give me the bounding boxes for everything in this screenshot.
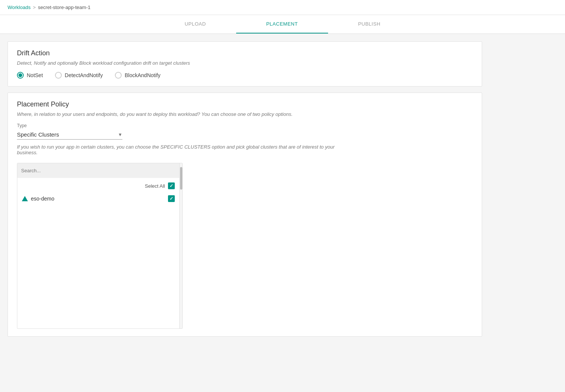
tab-upload[interactable]: UPLOAD bbox=[154, 15, 236, 33]
radio-notset[interactable]: NotSet bbox=[17, 72, 43, 79]
radio-blockandnotify[interactable]: BlockAndNotify bbox=[115, 72, 160, 79]
drift-action-description: Detect, Notify and optionally Block work… bbox=[17, 60, 473, 66]
breadcrumb-current: secret-store-app-team-1 bbox=[38, 5, 90, 10]
cluster-item-left: eso-demo bbox=[22, 196, 54, 202]
chevron-down-icon: ▼ bbox=[118, 132, 122, 137]
placement-policy-section: Placement Policy Where, in relation to y… bbox=[8, 93, 482, 337]
cluster-list-body: Select All eso-demo bbox=[17, 178, 179, 328]
radio-notset-label: NotSet bbox=[27, 72, 43, 78]
radio-detectandnotify-label: DetectAndNotify bbox=[65, 72, 103, 78]
hint-text: If you wish to run your app in certain c… bbox=[17, 144, 356, 155]
radio-blockandnotify-label: BlockAndNotify bbox=[125, 72, 160, 78]
cluster-checkbox-eso-demo[interactable] bbox=[168, 195, 175, 202]
tab-publish[interactable]: PUBLISH bbox=[328, 15, 411, 33]
breadcrumb-separator: > bbox=[33, 5, 36, 10]
drift-action-section: Drift Action Detect, Notify and optional… bbox=[8, 41, 482, 87]
cluster-icon bbox=[22, 196, 28, 201]
radio-detectandnotify-input[interactable] bbox=[55, 72, 62, 79]
type-dropdown[interactable]: Specific Clusters ▼ bbox=[17, 130, 122, 140]
select-all-checkbox[interactable] bbox=[168, 182, 175, 189]
tab-placement[interactable]: PLACEMENT bbox=[236, 15, 328, 33]
search-wrapper bbox=[17, 163, 179, 178]
radio-detectandnotify[interactable]: DetectAndNotify bbox=[55, 72, 103, 79]
radio-notset-input[interactable] bbox=[17, 72, 24, 79]
scrollbar-track[interactable] bbox=[179, 163, 182, 328]
placement-policy-description: Where, in relation to your users and end… bbox=[17, 111, 473, 117]
cluster-list-pane: Select All eso-demo bbox=[17, 163, 179, 328]
drift-action-radio-group: NotSet DetectAndNotify BlockAndNotify bbox=[17, 72, 473, 79]
type-label: Type bbox=[17, 123, 473, 128]
cluster-panel: Select All eso-demo bbox=[17, 163, 183, 329]
cluster-item-eso-demo[interactable]: eso-demo bbox=[17, 192, 179, 205]
top-bar: Workloads > secret-store-app-team-1 bbox=[0, 0, 565, 15]
type-dropdown-value: Specific Clusters bbox=[17, 131, 116, 138]
select-all-label: Select All bbox=[145, 183, 165, 189]
breadcrumb-parent[interactable]: Workloads bbox=[8, 5, 31, 10]
cluster-search-input[interactable] bbox=[20, 166, 176, 175]
steps-bar: UPLOAD PLACEMENT PUBLISH bbox=[0, 15, 565, 34]
drift-action-title: Drift Action bbox=[17, 49, 473, 57]
select-all-row: Select All bbox=[17, 179, 179, 192]
placement-policy-title: Placement Policy bbox=[17, 100, 473, 108]
radio-blockandnotify-input[interactable] bbox=[115, 72, 122, 79]
cluster-name: eso-demo bbox=[31, 196, 54, 202]
main-content: Drift Action Detect, Notify and optional… bbox=[0, 34, 490, 350]
scrollbar-thumb bbox=[180, 167, 182, 190]
